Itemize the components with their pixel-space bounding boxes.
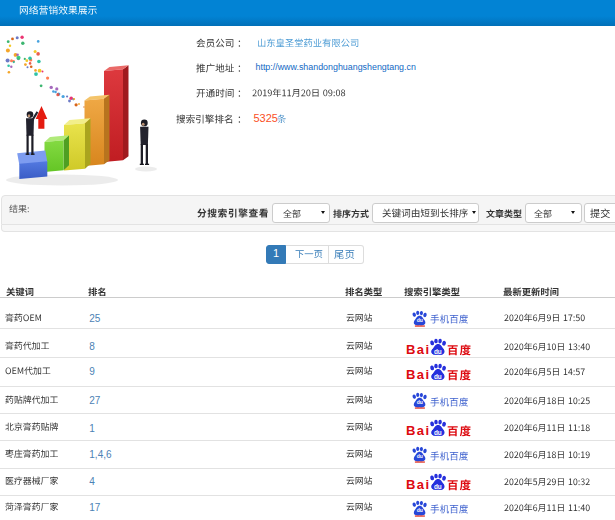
- svg-text:du: du: [417, 453, 423, 459]
- svg-text:du: du: [417, 506, 423, 512]
- svg-text:du: du: [417, 317, 423, 323]
- svg-text:du: du: [434, 483, 442, 490]
- svg-text:Bai: Bai: [406, 367, 430, 382]
- svg-text:Bai: Bai: [406, 342, 430, 357]
- svg-text:Bai: Bai: [406, 477, 430, 492]
- svg-text:du: du: [434, 373, 442, 380]
- svg-text:du: du: [417, 399, 423, 405]
- svg-text:du: du: [434, 348, 442, 355]
- svg-text:Bai: Bai: [406, 423, 430, 438]
- svg-text:du: du: [434, 429, 442, 436]
